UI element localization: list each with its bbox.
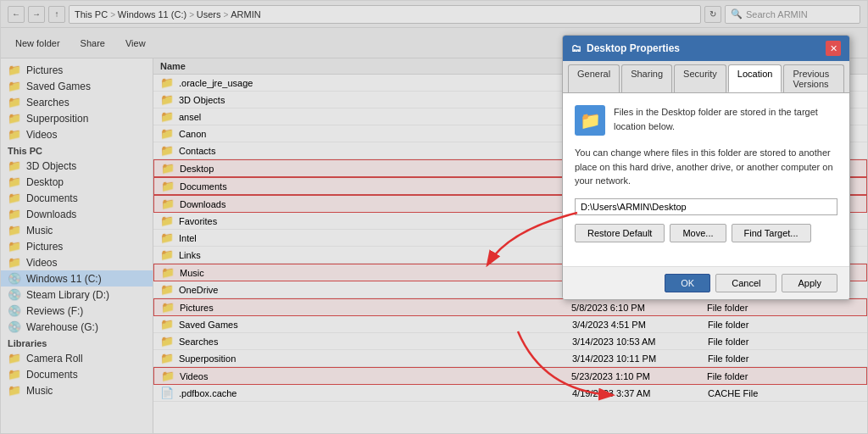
dialog-title-bar: 🗂 Desktop Properties ✕ bbox=[563, 36, 849, 61]
tab-previous-versions[interactable]: Previous Versions bbox=[783, 64, 844, 92]
tab-general[interactable]: General bbox=[568, 64, 620, 92]
tab-security[interactable]: Security bbox=[674, 64, 726, 92]
dialog-title-left: 🗂 Desktop Properties bbox=[571, 42, 680, 54]
dialog-info-section: 📁 Files in the Desktop folder are stored… bbox=[575, 105, 837, 136]
dialog-folder-large-icon: 📁 bbox=[575, 105, 605, 136]
tab-sharing[interactable]: Sharing bbox=[621, 64, 672, 92]
dialog-btn-row: Restore Default Move... Find Target... bbox=[575, 224, 837, 242]
move-button[interactable]: Move... bbox=[670, 224, 726, 242]
ok-button[interactable]: OK bbox=[665, 274, 710, 292]
dialog-title-icon: 🗂 bbox=[571, 42, 581, 54]
dialog-change-text: You can change where files in this folde… bbox=[575, 146, 837, 188]
dialog-footer: OK Cancel Apply bbox=[563, 266, 849, 299]
dialog-close-button[interactable]: ✕ bbox=[826, 41, 841, 56]
apply-button[interactable]: Apply bbox=[782, 274, 837, 292]
file-explorer-window: ← → ↑ This PC > Windows 11 (C:) > Users … bbox=[0, 0, 868, 434]
dialog-body: 📁 Files in the Desktop folder are stored… bbox=[563, 93, 849, 266]
tab-location[interactable]: Location bbox=[728, 64, 782, 92]
find-target-button[interactable]: Find Target... bbox=[732, 224, 811, 242]
dialog-path-input[interactable] bbox=[575, 198, 837, 215]
dialog-tabs: General Sharing Security Location Previo… bbox=[563, 61, 849, 93]
restore-default-button[interactable]: Restore Default bbox=[575, 224, 665, 242]
cancel-button[interactable]: Cancel bbox=[715, 274, 776, 292]
desktop-properties-dialog: 🗂 Desktop Properties ✕ General Sharing S… bbox=[562, 35, 850, 300]
dialog-title-text: Desktop Properties bbox=[587, 42, 680, 54]
dialog-overlay: 🗂 Desktop Properties ✕ General Sharing S… bbox=[1, 1, 867, 433]
dialog-info-text: Files in the Desktop folder are stored i… bbox=[614, 105, 837, 136]
